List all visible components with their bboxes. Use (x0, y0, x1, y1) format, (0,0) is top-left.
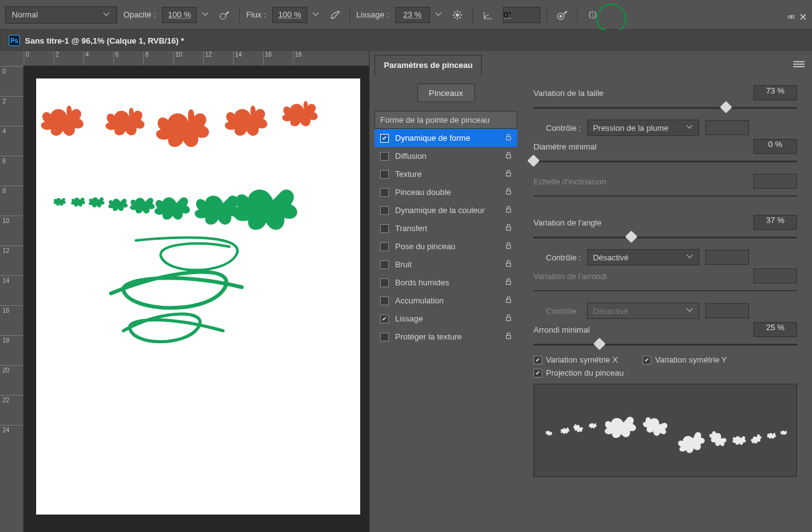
setting-bords-humides[interactable]: Bords humides (375, 273, 517, 292)
roundness-control-value: Désactivé (593, 306, 628, 316)
ruler-tick: 10 (0, 216, 23, 245)
size-control-select[interactable]: Pression de la plume (587, 120, 699, 136)
tab-brush-settings[interactable]: Paramètres de pinceau (375, 55, 482, 76)
checkbox-icon[interactable] (380, 134, 389, 143)
checkbox-icon[interactable] (380, 278, 389, 287)
lock-icon[interactable] (504, 313, 513, 324)
roundness-jitter-slider (533, 284, 797, 298)
setting-lissage[interactable]: Lissage (375, 310, 517, 328)
min-roundness-value[interactable]: 25 % (753, 322, 797, 337)
size-jitter-slider[interactable] (533, 101, 797, 115)
setting-diffusion[interactable]: Diffusion (375, 147, 517, 165)
svg-point-2 (456, 13, 459, 16)
ruler-tick: 20 (0, 365, 23, 395)
checkbox-icon[interactable] (380, 333, 389, 341)
collapse-panels-icon[interactable]: «« (787, 11, 793, 21)
blend-mode-value: Normal (12, 10, 38, 19)
setting-accumulation[interactable]: Accumulation (375, 292, 517, 310)
checkbox-icon (642, 356, 651, 364)
panel-menu-icon[interactable] (793, 60, 805, 69)
setting-pose-du-pinceau[interactable]: Pose du pinceau (375, 237, 517, 255)
flow-chevron-icon[interactable] (313, 12, 320, 18)
pressure-opacity-button[interactable] (216, 7, 233, 23)
smoothing-value[interactable]: 23 % (395, 7, 430, 23)
lock-icon[interactable] (504, 223, 513, 234)
canvas-stage (24, 66, 369, 532)
angle-control-value: Désactivé (593, 253, 628, 262)
smoothing-label: Lissage : (356, 10, 389, 19)
angle-control-select[interactable]: Désactivé (587, 249, 699, 265)
brush-settings-list: Pinceaux Forme de la pointe de pinceauDy… (370, 76, 522, 532)
canvas[interactable] (36, 78, 360, 515)
brushes-button[interactable]: Pinceaux (418, 83, 475, 102)
setting-transfert[interactable]: Transfert (375, 219, 517, 237)
checkbox-icon[interactable] (380, 170, 389, 179)
min-diameter-value[interactable]: 0 % (753, 139, 797, 154)
flip-y-checkbox[interactable]: Variation symétrie Y (642, 355, 727, 364)
lock-icon[interactable] (504, 331, 513, 342)
brush-preview (533, 384, 797, 477)
close-panel-icon[interactable]: ✕ (799, 11, 807, 23)
opacity-value[interactable]: 100 % (162, 7, 197, 23)
setting-dynamique-de-la-couleur[interactable]: Dynamique de la couleur (375, 201, 517, 219)
flow-value[interactable]: 100 % (272, 7, 307, 23)
opacity-label: Opacité : (123, 10, 156, 19)
checkbox-icon (533, 356, 542, 364)
brush-projection-checkbox[interactable]: Projection du pinceau (533, 368, 797, 378)
setting-pinceau-double[interactable]: Pinceau double (375, 183, 517, 201)
brush-angle-input[interactable] (503, 7, 540, 23)
ruler-tick: 4 (0, 126, 23, 156)
min-diameter-slider[interactable] (533, 154, 797, 168)
size-jitter-value[interactable]: 73 % (753, 85, 797, 100)
pressure-size-button[interactable] (553, 7, 571, 23)
setting-dynamique-de-forme[interactable]: Dynamique de forme (375, 129, 517, 147)
roundness-control-select: Désactivé (587, 303, 699, 319)
checkbox-icon[interactable] (380, 224, 389, 233)
lock-icon[interactable] (504, 259, 513, 270)
setting-bruit[interactable]: Bruit (375, 255, 517, 273)
ruler-tick: 2 (0, 96, 23, 126)
smoothing-chevron-icon[interactable] (436, 12, 442, 18)
checkbox-icon[interactable] (380, 242, 389, 251)
checkbox-icon[interactable] (380, 188, 389, 197)
chevron-down-icon (104, 12, 110, 18)
checkbox-icon[interactable] (380, 297, 389, 305)
ruler-tick: 12 (203, 51, 233, 65)
setting-texture[interactable]: Texture (375, 165, 517, 183)
setting-prot-ger-la-texture[interactable]: Protéger la texture (375, 328, 517, 346)
document-title: Sans titre-1 @ 96,1% (Calque 1, RVB/16) … (25, 36, 184, 45)
checkbox-icon[interactable] (380, 315, 389, 323)
angle-jitter-slider[interactable] (533, 230, 797, 244)
document-tab[interactable]: Ps Sans titre-1 @ 96,1% (Calque 1, RVB/1… (0, 30, 812, 51)
ruler-tick: 0 (24, 51, 54, 65)
flip-x-checkbox[interactable]: Variation symétrie X (533, 355, 618, 364)
lock-icon[interactable] (504, 187, 513, 197)
airbrush-button[interactable] (326, 7, 343, 23)
checkbox-icon[interactable] (380, 206, 389, 215)
setting-label: Dynamique de forme (395, 133, 470, 143)
svg-line-8 (459, 17, 461, 18)
angle-jitter-value[interactable]: 37 % (753, 215, 797, 230)
lock-icon[interactable] (504, 241, 513, 252)
lock-icon[interactable] (504, 277, 513, 288)
lock-icon[interactable] (504, 169, 513, 179)
checkbox-icon[interactable] (380, 152, 389, 161)
min-roundness-slider[interactable] (533, 338, 797, 351)
flip-y-label: Variation symétrie Y (655, 355, 727, 364)
svg-rect-23 (507, 299, 511, 302)
setting-forme-de-la-pointe-de-pinceau[interactable]: Forme de la pointe de pinceau (375, 111, 517, 129)
checkbox-icon[interactable] (380, 260, 389, 269)
brush-settings-panel: Paramètres de pinceau Pinceaux Forme de … (369, 51, 812, 532)
blend-mode-select[interactable]: Normal (5, 6, 117, 24)
opacity-chevron-icon[interactable] (203, 12, 209, 18)
symmetry-button[interactable] (584, 7, 601, 23)
lock-icon[interactable] (504, 133, 513, 143)
smoothing-options-button[interactable] (449, 7, 466, 23)
lock-icon[interactable] (504, 295, 513, 306)
svg-rect-17 (507, 191, 511, 194)
panel-tabs: Paramètres de pinceau (370, 51, 812, 76)
lock-icon[interactable] (504, 151, 513, 161)
lock-icon[interactable] (504, 205, 513, 216)
checkbox-icon (533, 369, 542, 378)
angle-control-extra (705, 250, 749, 265)
